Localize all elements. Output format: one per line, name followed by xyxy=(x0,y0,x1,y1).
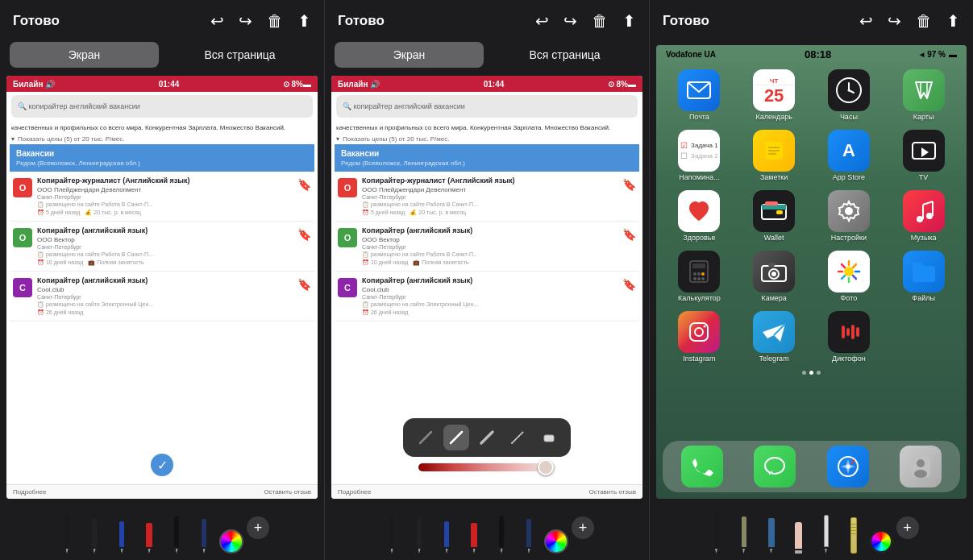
tool-pen-active[interactable] xyxy=(443,425,469,450)
done-button-right[interactable]: Готово xyxy=(663,13,709,29)
add-pen-button-right[interactable]: + xyxy=(896,516,919,539)
app-wallet[interactable]: Wallet xyxy=(738,187,811,246)
bookmark-1-left[interactable]: 🔖 xyxy=(297,178,311,216)
app-reminders[interactable]: ☑ Задача 1 ☐ Задача 2 Напомина... xyxy=(663,127,736,185)
mail-icon xyxy=(678,69,720,111)
redo-icon-mid[interactable]: ↪ xyxy=(563,11,577,31)
pen-black-left[interactable] xyxy=(55,505,79,554)
pen-blue-mid[interactable] xyxy=(435,505,459,554)
job-meta-2-left: 📋 размещено на сайте Работа В Санкт-П... xyxy=(37,251,293,258)
share-icon-left[interactable]: ⬆ xyxy=(297,11,311,31)
app-calculator[interactable]: Калькулятор xyxy=(663,247,736,306)
color-wheel-left[interactable] xyxy=(219,529,243,554)
pen-1-right[interactable] xyxy=(705,505,729,554)
dock-messages-icon xyxy=(754,446,796,487)
pen-ruler-right[interactable] xyxy=(842,505,866,554)
bookmark-2-left[interactable]: 🔖 xyxy=(297,228,311,266)
share-icon-mid[interactable]: ⬆ xyxy=(622,11,636,31)
reminders-icon: ☑ Задача 1 ☐ Задача 2 xyxy=(678,130,720,172)
add-pen-button-mid[interactable]: + xyxy=(572,516,594,539)
tab-bar-left: Экран Вся страница xyxy=(0,42,324,73)
done-button-mid[interactable]: Готово xyxy=(338,13,385,29)
pen-black-mid[interactable] xyxy=(380,505,404,554)
pen-black2-left[interactable] xyxy=(82,505,106,554)
bookmark-3-left[interactable]: 🔖 xyxy=(297,278,311,316)
tab-screen-left[interactable]: Экран xyxy=(10,42,159,68)
tool-eraser[interactable] xyxy=(535,425,561,450)
app-health[interactable]: Здоровье xyxy=(663,187,736,246)
pen-3-right[interactable] xyxy=(759,505,784,554)
top-bar-left: Готово ↩ ↪ 🗑 ⬆ xyxy=(0,0,324,42)
panel-left: Готово ↩ ↪ 🗑 ⬆ Экран Вся страница Билайн… xyxy=(0,0,325,560)
app-tv[interactable]: TV xyxy=(887,127,960,185)
footer-review-left[interactable]: Оставить отзыв xyxy=(264,488,311,496)
fab-button-left[interactable]: ✓ xyxy=(151,454,173,476)
app-clock[interactable]: Часы xyxy=(813,66,886,125)
pen-white-right[interactable] xyxy=(814,505,838,554)
app-maps[interactable]: Карты xyxy=(887,66,960,125)
pen-black2-mid[interactable] xyxy=(407,505,431,554)
done-button-left[interactable]: Готово xyxy=(13,13,60,29)
redo-icon-right[interactable]: ↪ xyxy=(888,11,901,31)
undo-icon-left[interactable]: ↩ xyxy=(210,11,224,31)
trash-icon-left[interactable]: 🗑 xyxy=(267,12,283,31)
undo-icon-mid[interactable]: ↩ xyxy=(535,11,549,31)
time-mid: 01:44 xyxy=(484,80,505,89)
job-icon-1-mid: О xyxy=(338,178,357,197)
app-settings[interactable]: Настройки xyxy=(813,187,886,246)
footer-review-mid[interactable]: Оставить отзыв xyxy=(588,488,636,496)
dock-safari[interactable] xyxy=(827,446,869,487)
pen-dark-left[interactable] xyxy=(164,505,189,554)
tab-fullpage-mid[interactable]: Вся страница xyxy=(490,42,639,68)
color-slider-thumb[interactable] xyxy=(538,459,554,475)
app-instagram[interactable]: Instagram xyxy=(663,308,736,367)
tab-screen-mid[interactable]: Экран xyxy=(335,42,484,68)
share-icon-right[interactable]: ⬆ xyxy=(946,11,960,31)
pen-red-mid[interactable] xyxy=(462,505,486,554)
tool-slash[interactable] xyxy=(413,425,439,450)
iphone-screen: Vodafone UA 08:18 ◂ 97 % ▬ Почта xyxy=(656,45,967,499)
time-left: 01:44 xyxy=(159,80,180,89)
job-location-1-left: Санкт-Петербург xyxy=(37,194,293,200)
app-photos[interactable]: Фото xyxy=(813,247,886,306)
vacancies-sub-mid: Рядом (Всеволожск, Ленинградская обл.) xyxy=(335,160,639,172)
footer-details-left[interactable]: Подробнее xyxy=(13,488,47,496)
phone-status-mid: Билайн 🔊 01:44 ⊙ 8%▬ xyxy=(331,76,642,92)
app-mail[interactable]: Почта xyxy=(663,66,736,125)
app-telegram[interactable]: Telegram xyxy=(738,308,811,367)
pen-2-right[interactable] xyxy=(732,505,756,554)
app-music[interactable]: Музыка xyxy=(887,187,960,246)
app-appstore[interactable]: A App Store xyxy=(813,127,886,185)
footer-details-mid[interactable]: Подробнее xyxy=(338,488,372,496)
screenshot-area-left: Билайн 🔊 01:44 ⊙ 8%▬ 🔍 копирайтер англий… xyxy=(6,76,318,499)
app-notes[interactable]: Заметки xyxy=(738,127,811,185)
pen-navy-left[interactable] xyxy=(192,505,216,554)
app-dictaphone[interactable]: Диктофон xyxy=(813,308,886,367)
dock-contacts[interactable] xyxy=(900,446,942,487)
color-wheel-right[interactable] xyxy=(869,529,893,554)
pen-navy-mid[interactable] xyxy=(517,505,541,554)
app-calendar[interactable]: ЧТ 25 Календарь xyxy=(738,66,811,125)
color-wheel-mid[interactable] xyxy=(544,529,568,554)
add-pen-button-left[interactable]: + xyxy=(247,516,269,539)
color-slider-mid[interactable] xyxy=(418,463,555,471)
tool-pencil[interactable] xyxy=(505,425,530,450)
trash-icon-mid[interactable]: 🗑 xyxy=(592,12,608,31)
pen-red-left[interactable] xyxy=(137,505,161,554)
pen-eraser-right[interactable] xyxy=(787,505,811,554)
redo-icon-left[interactable]: ↪ xyxy=(239,11,252,31)
tab-fullpage-left[interactable]: Вся страница xyxy=(165,42,314,68)
phone-footer-mid: Подробнее Оставить отзыв xyxy=(331,484,642,499)
files-icon xyxy=(903,251,945,292)
iphone-status-bar: Vodafone UA 08:18 ◂ 97 % ▬ xyxy=(656,45,967,63)
app-camera[interactable]: Камера xyxy=(738,247,811,306)
pen-dark-mid[interactable] xyxy=(489,505,514,554)
pen-blue-left[interactable] xyxy=(110,505,134,554)
dock-phone[interactable] xyxy=(681,446,723,487)
tool-marker[interactable] xyxy=(474,425,500,450)
app-label-notes: Заметки xyxy=(760,174,788,182)
app-files[interactable]: Файлы xyxy=(887,247,960,306)
dock-messages[interactable] xyxy=(754,446,796,487)
trash-icon-right[interactable]: 🗑 xyxy=(916,12,932,31)
undo-icon-right[interactable]: ↩ xyxy=(859,11,873,31)
